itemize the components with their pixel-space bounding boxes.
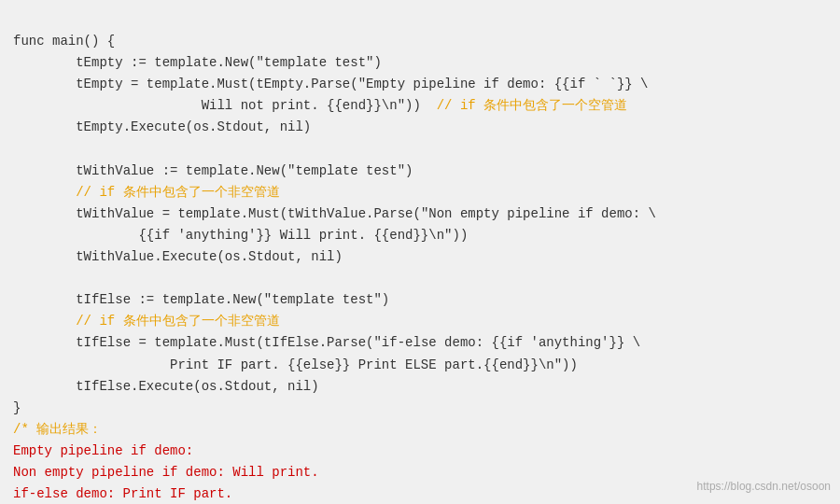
line-1: func main() { — [13, 34, 115, 49]
comment-zh-2: // if 条件中包含了一个非空管道 — [13, 185, 280, 200]
output-line-3: if-else demo: Print IF part. — [13, 486, 232, 501]
output-comment-start: /* 输出结果： — [13, 422, 102, 437]
line-2: tEmpty := template.New("template test") — [13, 55, 382, 70]
output-line-1: Empty pipeline if demo: — [13, 443, 193, 458]
line-5: tEmpty.Execute(os.Stdout, nil) — [13, 119, 311, 134]
comment-zh-1: // if 条件中包含了一个空管道 — [437, 98, 627, 113]
line-9: tWithValue = template.Must(tWithValue.Pa… — [13, 206, 656, 221]
line-7: tWithValue := template.New("template tes… — [13, 163, 413, 178]
line-3: tEmpty = template.Must(tEmpty.Parse("Emp… — [13, 77, 649, 91]
comment-zh-3: // if 条件中包含了一个非空管道 — [13, 314, 280, 329]
line-4: Will not print. {{end}}\n")) // if 条件中包含… — [13, 98, 627, 113]
line-16: Print IF part. {{else}} Print ELSE part.… — [13, 357, 578, 372]
line-18: } — [13, 400, 21, 415]
line-11: tWithValue.Execute(os.Stdout, nil) — [13, 249, 343, 264]
line-10: {{if 'anything'}} Will print. {{end}}\n"… — [13, 228, 468, 243]
code-block: func main() { tEmpty := template.New("te… — [0, 0, 840, 504]
line-17: tIfElse.Execute(os.Stdout, nil) — [13, 379, 319, 394]
line-13: tIfElse := template.New("template test") — [13, 292, 389, 307]
line-15: tIfElse = template.Must(tIfElse.Parse("i… — [13, 335, 640, 350]
output-line-2: Non empty pipeline if demo: Will print. — [13, 465, 319, 480]
watermark: https://blog.csdn.net/osoon — [697, 478, 831, 497]
